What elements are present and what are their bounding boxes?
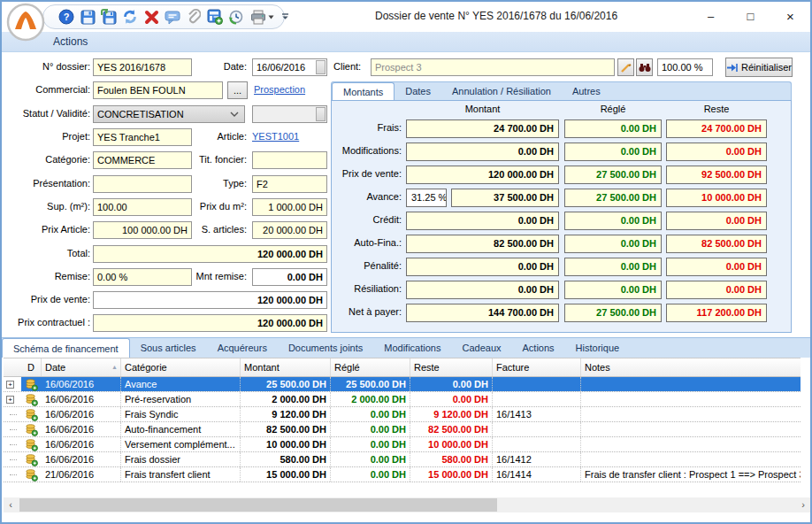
tab-autres[interactable]: Autres [562, 82, 611, 101]
avance-montant-field[interactable]: 37 500.00 DH [451, 189, 559, 207]
tab-cadeaux[interactable]: Cadeaux [451, 339, 511, 358]
prix-article-field[interactable]: 100 000.00 DH [93, 221, 192, 239]
auto-fina-regle-field[interactable]: 0.00 DH [564, 235, 662, 253]
net-a-payer-montant-field[interactable]: 144 700.00 DH [406, 304, 559, 322]
tab-dates[interactable]: Dates [395, 82, 441, 101]
projet-field[interactable]: YES Tranche1 [93, 128, 192, 146]
validite-button[interactable] [316, 107, 326, 121]
row-expander[interactable]: + [6, 381, 14, 389]
grid-header-montant[interactable]: Montant [241, 358, 331, 376]
categorie-field[interactable]: COMMERCE [93, 151, 192, 169]
attachment-button[interactable] [183, 6, 204, 27]
reset-button[interactable]: Réinitialiser [725, 58, 793, 77]
maximize-button[interactable]: □ [731, 2, 770, 30]
prix-contractuel-field[interactable]: 120 000.00 DH [93, 314, 327, 332]
minimize-button[interactable]: – [691, 2, 731, 30]
prix-vente-reste-field[interactable]: 92 500.00 DH [666, 166, 767, 184]
net-a-payer-regle-field[interactable]: 27 500.00 DH [564, 304, 662, 322]
avance-regle-field[interactable]: 27 500.00 DH [564, 189, 662, 207]
comment-button[interactable] [162, 6, 183, 27]
avance-percent-field[interactable]: 31.25 % [406, 189, 447, 207]
grid-header-date[interactable]: Date▲ [42, 358, 121, 376]
scroll-right-arrow[interactable]: › [796, 497, 810, 512]
client-field[interactable]: Prospect 3 [371, 58, 615, 76]
auto-fina-reste-field[interactable]: 82 500.00 DH [666, 235, 767, 253]
grid-row-auto-financement[interactable]: 16/06/2016 Auto-financement 82 500.00 DH… [4, 422, 801, 437]
resiliation-regle-field[interactable]: 0.00 DH [564, 281, 662, 299]
penalite-reste-field[interactable]: 0.00 DH [666, 258, 767, 276]
row-expander[interactable]: + [6, 396, 14, 404]
tab-annulation-resiliation[interactable]: Annulation / Résiliation [441, 82, 562, 101]
grid-header-categorie[interactable]: Catégorie [121, 358, 241, 376]
date-picker-button[interactable] [316, 60, 326, 74]
grid-row-frais-transfert[interactable]: 21/06/2016 Frais transfert client 15 000… [4, 467, 801, 482]
refresh-button[interactable] [119, 6, 141, 27]
grid-row-versement-complementaire[interactable]: 16/06/2016 Versement complément... 10 00… [4, 437, 801, 452]
credit-montant-field[interactable]: 0.00 DH [406, 212, 559, 230]
scrollbar-thumb[interactable] [19, 498, 497, 512]
grid-row-frais-dossier[interactable]: 16/06/2016 Frais dossier 580.00 DH 0.00 … [4, 452, 801, 467]
tab-documents-joints[interactable]: Documents joints [278, 339, 373, 358]
history-button[interactable] [226, 6, 247, 27]
grid-header-reste[interactable]: Reste [410, 358, 493, 376]
tab-sous-articles[interactable]: Sous articles [130, 339, 207, 358]
statut-dropdown[interactable]: CONCRETISATION [93, 105, 245, 123]
tab-montants[interactable]: Montants [332, 82, 395, 101]
grid-row-pre-reservation[interactable]: + 16/06/2016 Pré-reservation 2 000.00 DH… [4, 392, 801, 407]
penalite-regle-field[interactable]: 0.00 DH [564, 258, 662, 276]
save-button[interactable] [77, 6, 98, 27]
presentation-field[interactable] [93, 175, 192, 193]
credit-regle-field[interactable]: 0.00 DH [564, 212, 662, 230]
article-link[interactable]: YEST1001 [252, 131, 299, 142]
commercial-field[interactable]: Foulen BEN FOULN [93, 81, 223, 99]
client-search-button[interactable] [636, 58, 653, 76]
app-logo[interactable] [6, 3, 45, 42]
frais-regle-field[interactable]: 0.00 DH [564, 119, 662, 138]
grid-row-avance[interactable]: + 16/06/2016 Avance 25 500.00 DH 25 500.… [4, 377, 801, 392]
resiliation-reste-field[interactable]: 0.00 DH [666, 281, 767, 299]
remise-field[interactable]: 0.00 % [93, 268, 192, 286]
grid-header-notes[interactable]: Notes [581, 358, 801, 376]
help-button[interactable]: ? [56, 6, 77, 27]
tab-historique[interactable]: Historique [565, 339, 631, 358]
avance-reste-field[interactable]: 10 000.00 DH [666, 189, 767, 207]
sup-field[interactable]: 100.00 [93, 198, 192, 216]
prix-vente-field[interactable]: 120 000.00 DH [93, 291, 327, 309]
penalite-montant-field[interactable]: 0.00 DH [406, 258, 559, 276]
prix-vente-regle-field[interactable]: 27 500.00 DH [564, 166, 662, 184]
tab-actions[interactable]: Actions [512, 339, 565, 358]
total-field[interactable]: 120 000.00 DH [93, 245, 327, 263]
menu-actions[interactable]: Actions [53, 35, 88, 48]
modifications-montant-field[interactable]: 0.00 DH [406, 143, 559, 161]
new-calculation-button[interactable] [204, 6, 226, 27]
delete-button[interactable] [141, 6, 162, 27]
grid-header-d[interactable]: D [21, 358, 42, 376]
net-a-payer-reste-field[interactable]: 117 200.00 DH [666, 304, 767, 322]
frais-reste-field[interactable]: 24 700.00 DH [666, 119, 767, 138]
prix-vente-montant-field[interactable]: 120 000.00 DH [406, 166, 559, 184]
tab-acquereurs[interactable]: Acquéreurs [207, 339, 278, 358]
scroll-left-arrow[interactable]: ‹ [4, 497, 18, 512]
credit-reste-field[interactable]: 0.00 DH [666, 212, 767, 230]
horizontal-scrollbar[interactable]: ‹ › [4, 497, 810, 512]
col-regle-header: Réglé [564, 104, 662, 114]
client-percent-field[interactable]: 100.00 % [657, 58, 713, 76]
modifications-regle-field[interactable]: 0.00 DH [564, 143, 662, 161]
grid-header-regle[interactable]: Réglé [331, 358, 410, 376]
grid-row-frais-syndic[interactable]: 16/06/2016 Frais Syndic 9 120.00 DH 0.00… [4, 407, 801, 422]
auto-fina-montant-field[interactable]: 82 500.00 DH [406, 235, 559, 253]
print-button[interactable] [247, 6, 277, 27]
client-edit-button[interactable] [617, 58, 634, 76]
tab-schema-financement[interactable]: Schéma de financement [2, 338, 130, 358]
resiliation-montant-field[interactable]: 0.00 DH [406, 281, 559, 299]
toolbar-overflow-button[interactable] [278, 9, 292, 25]
commercial-browse-button[interactable]: ... [227, 81, 248, 99]
prospection-link[interactable]: Prospection [254, 84, 305, 95]
modifications-reste-field[interactable]: 0.00 DH [666, 143, 767, 161]
dossier-field[interactable]: YES 2016/1678 [93, 58, 192, 76]
tab-modifications[interactable]: Modifications [373, 339, 451, 358]
save-as-button[interactable] [98, 6, 119, 27]
frais-montant-field[interactable]: 24 700.00 DH [406, 119, 559, 138]
close-button[interactable]: × [770, 2, 810, 30]
grid-header-facture[interactable]: Facture [493, 358, 581, 376]
